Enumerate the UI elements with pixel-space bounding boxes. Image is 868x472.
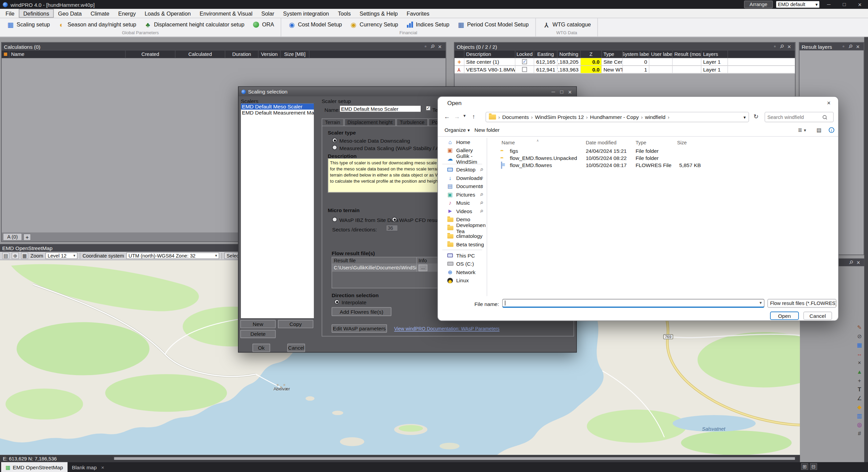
- close-button[interactable]: [854, 1, 866, 8]
- menu-file[interactable]: File: [1, 9, 19, 18]
- add-calc-tab-button[interactable]: +: [23, 233, 31, 241]
- sidebar-item-pictures[interactable]: Pictures: [439, 190, 485, 199]
- breadcrumb-windfield[interactable]: windfield: [645, 114, 665, 120]
- cancel-button[interactable]: Cancel: [803, 312, 832, 320]
- menu-climate[interactable]: Climate: [86, 9, 114, 18]
- map-tool-area-icon[interactable]: ▲: [857, 368, 862, 375]
- pin-panel-icon[interactable]: [848, 260, 855, 265]
- pin-panel-icon[interactable]: [429, 44, 436, 49]
- close-panel-icon[interactable]: [854, 43, 861, 50]
- tab-terrain[interactable]: Terrain: [322, 119, 344, 126]
- scaler-name-input[interactable]: EMD Default Meso Scaler: [339, 105, 421, 112]
- calculations-panel-header[interactable]: Calculations (0): [2, 43, 446, 50]
- sidebar-item-climatology[interactable]: climatology: [439, 232, 485, 240]
- menu-loads[interactable]: Loads & Operation: [140, 9, 195, 18]
- sidebar-item-downloads[interactable]: Downloads: [439, 174, 485, 182]
- organize-button[interactable]: Organize: [445, 127, 470, 133]
- sidebar-item-onedrive[interactable]: Gullik - WindSim: [439, 155, 485, 163]
- column-result[interactable]: Result (most re: [673, 50, 702, 58]
- zoom-level-combo[interactable]: Level 12: [45, 252, 78, 259]
- scaling-setup-button[interactable]: Scaling setup: [3, 20, 53, 29]
- map-tool-measure-icon[interactable]: #: [858, 430, 861, 437]
- up-button[interactable]: [469, 111, 478, 121]
- column-locked[interactable]: Locked: [516, 50, 534, 58]
- tab-displacement-height[interactable]: Displacement height: [344, 119, 396, 126]
- period-cost-model-setup-button[interactable]: Period Cost Model Setup: [454, 20, 532, 29]
- copy-button[interactable]: Copy: [278, 320, 314, 328]
- column-northing[interactable]: Northing: [558, 50, 581, 58]
- browse-button[interactable]: ...: [419, 264, 427, 271]
- meso-downscaling-radio[interactable]: [332, 138, 337, 143]
- menu-environment[interactable]: Environment & Visual: [195, 9, 257, 18]
- pin-panel-icon[interactable]: [847, 44, 854, 49]
- breadcrumb-hundhammer-copy[interactable]: Hundhammer - Copy: [590, 114, 639, 120]
- map-tool-angle-icon[interactable]: ∠: [857, 395, 862, 402]
- sidebar-splitter[interactable]: [487, 138, 487, 296]
- sidebar-item-documents[interactable]: Documents: [439, 182, 485, 190]
- currency-setup-button[interactable]: Currency Setup: [346, 20, 401, 29]
- result-layers-header[interactable]: Result layers: [800, 43, 864, 50]
- wtg-catalogue-button[interactable]: WTG catalogue: [539, 20, 594, 29]
- map-tool-grid-icon[interactable]: ▦: [857, 342, 862, 349]
- ora-button[interactable]: ORA: [249, 20, 277, 29]
- column-layers[interactable]: Layers: [702, 50, 728, 58]
- maximize-button[interactable]: [558, 88, 566, 95]
- zoom-grid-button[interactable]: ⊞: [801, 463, 808, 470]
- column-created[interactable]: Created: [126, 50, 176, 58]
- menu-definitions[interactable]: Definitions: [19, 9, 54, 18]
- column-name[interactable]: Name: [9, 50, 126, 58]
- close-button[interactable]: [566, 88, 574, 95]
- menu-geo-data[interactable]: Geo Data: [54, 9, 86, 18]
- column-version[interactable]: Version: [259, 50, 281, 58]
- address-dropdown-icon[interactable]: [744, 114, 746, 120]
- interpolate-radio[interactable]: [335, 300, 340, 305]
- view-mode-button[interactable]: [798, 127, 806, 133]
- maximize-button[interactable]: [838, 1, 850, 8]
- delete-button[interactable]: Delete: [240, 330, 276, 338]
- edit-wasp-parameters-button[interactable]: Edit WAsP parameters: [331, 324, 387, 333]
- season-daynight-setup-button[interactable]: Season and day/night setup: [54, 20, 140, 29]
- column-user-label[interactable]: User labe: [649, 50, 673, 58]
- sidebar-item-desktop[interactable]: Desktop: [439, 165, 485, 174]
- map-tool-target-icon[interactable]: ◎: [857, 421, 862, 428]
- tab-turbulence[interactable]: Turbulence: [397, 119, 428, 126]
- cost-model-setup-button[interactable]: Cost Model Setup: [285, 20, 345, 29]
- scaler-item-selected[interactable]: EMD Default Meso Scaler: [241, 103, 314, 109]
- new-folder-button[interactable]: New folder: [475, 127, 500, 133]
- file-name-input[interactable]: [505, 300, 760, 306]
- file-row-figs[interactable]: figs 24/04/2024 15:21 File folder: [488, 147, 836, 154]
- cancel-button[interactable]: Cancel: [287, 344, 305, 352]
- menu-favorites[interactable]: Favorites: [402, 9, 434, 18]
- forward-button[interactable]: [452, 111, 462, 121]
- float-panel-icon[interactable]: [422, 44, 429, 49]
- map-tool-delete-icon[interactable]: ×: [858, 359, 861, 366]
- close-panel-icon[interactable]: [786, 43, 793, 50]
- locked-checkbox[interactable]: [522, 67, 527, 72]
- breadcrumb-documents[interactable]: Documents: [502, 114, 529, 120]
- column-description[interactable]: Description: [464, 50, 515, 58]
- object-row-wtg[interactable]: VESTAS V80-1.8MW 60 612,941 7,183,963 0.…: [455, 66, 795, 74]
- close-panel-icon[interactable]: [436, 43, 443, 50]
- column-calculated[interactable]: Calculated: [176, 50, 225, 58]
- displacement-height-setup-button[interactable]: Displacement height calculator setup: [141, 20, 248, 29]
- measured-scaling-radio[interactable]: [332, 145, 337, 150]
- preview-pane-button[interactable]: [816, 127, 822, 133]
- calc-tab-a[interactable]: A (0): [3, 233, 22, 241]
- column-size[interactable]: Size: [677, 140, 687, 145]
- column-z[interactable]: Z: [581, 50, 602, 58]
- sidebar-item-this-pc[interactable]: This PC: [439, 251, 485, 260]
- wasp-documentation-link[interactable]: View windPRO Documentation: WAsP Paramet…: [394, 326, 500, 331]
- locked-checkbox[interactable]: [522, 59, 527, 64]
- column-result-file[interactable]: Result file: [332, 258, 417, 264]
- menu-tools[interactable]: Tools: [334, 9, 355, 18]
- map-grid-icon[interactable]: [21, 252, 28, 259]
- file-type-combo[interactable]: Flow result files (*.FLOWRES): [767, 299, 836, 308]
- objects-panel-header[interactable]: Objects (0 / 2 / 2): [455, 43, 795, 50]
- sidebar-item-music[interactable]: Music: [439, 199, 485, 207]
- column-date-modified[interactable]: Date modified: [586, 140, 617, 145]
- dialog-title-bar[interactable]: Open: [438, 97, 838, 109]
- map-pan-icon[interactable]: [12, 252, 19, 259]
- terrain-checkbox[interactable]: [426, 106, 431, 111]
- open-button[interactable]: Open: [770, 312, 799, 320]
- column-type[interactable]: Type: [635, 140, 646, 145]
